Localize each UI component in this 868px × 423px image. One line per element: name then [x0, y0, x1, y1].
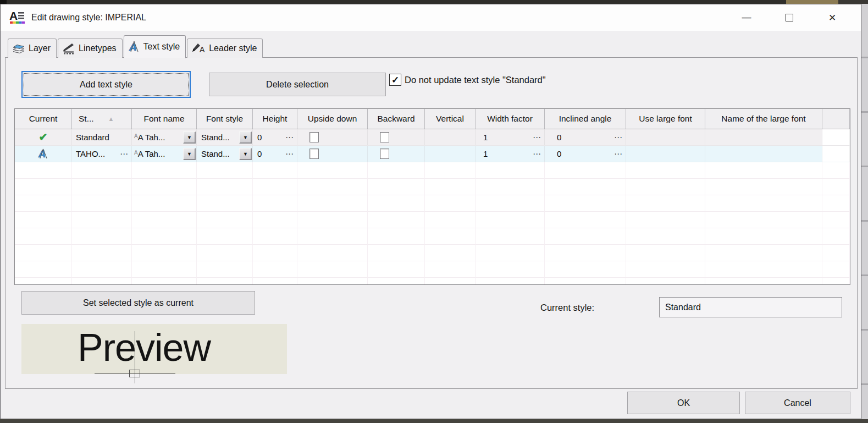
width-factor-ellipsis-button[interactable]: ⋯ — [533, 133, 541, 142]
vertical-cell[interactable] — [425, 129, 476, 145]
text-style-row-icon: A — [37, 147, 49, 160]
table-empty-row — [15, 162, 850, 179]
inclined-angle-cell[interactable]: 0 ⋯ — [545, 146, 626, 162]
height-ellipsis-button[interactable]: ⋯ — [285, 149, 294, 159]
table-empty-row — [15, 195, 850, 212]
inclined-angle-cell[interactable]: 0 ⋯ — [545, 129, 626, 145]
truetype-font-icon: AA — [134, 133, 143, 141]
svg-text:A: A — [200, 45, 205, 54]
table-empty-row — [15, 261, 850, 278]
font-name-cell[interactable]: AA Tah... ▼ — [132, 129, 197, 145]
tab-text-style[interactable]: A Text style — [124, 35, 186, 58]
current-style-label: Current style: — [540, 298, 594, 317]
delete-selection-button[interactable]: Delete selection — [209, 73, 386, 96]
table-row-tahoma[interactable]: A TAHO... ⋯ AA Tah... ▼ Stand... ▼ — [15, 146, 850, 162]
col-header-filler — [822, 109, 850, 129]
checkbox-check-icon: ✓ — [391, 74, 399, 86]
upside-down-checkbox[interactable] — [309, 149, 319, 159]
large-font-name-cell[interactable] — [705, 146, 822, 162]
current-style-check-icon: ✔ — [39, 131, 48, 144]
col-header-font-name[interactable]: Font name — [132, 109, 197, 129]
height-cell[interactable]: 0 ⋯ — [253, 129, 297, 145]
col-header-use-large-font[interactable]: Use large font — [626, 109, 705, 129]
cancel-button[interactable]: Cancel — [745, 392, 850, 414]
col-header-large-font-name[interactable]: Name of the large font — [705, 109, 822, 129]
tab-leader-style[interactable]: A Leader style — [187, 39, 263, 58]
tab-linetypes[interactable]: Linetypes — [58, 39, 123, 58]
col-header-current[interactable]: Current — [15, 109, 72, 129]
style-name-cell[interactable]: Standard — [76, 133, 109, 142]
use-large-font-cell[interactable] — [626, 146, 705, 162]
table-empty-area — [15, 162, 850, 285]
desktop-edge-right — [861, 4, 868, 419]
col-header-style-name[interactable]: St... ▲ — [72, 109, 132, 129]
tab-label: Layer — [29, 43, 51, 53]
col-header-label: St... — [79, 114, 94, 124]
do-not-update-checkbox-label[interactable]: Do not update text style "Standard" — [405, 74, 546, 86]
current-style-field[interactable]: Standard — [659, 297, 842, 317]
inclined-angle-ellipsis-button[interactable]: ⋯ — [614, 149, 623, 159]
col-header-font-style[interactable]: Font style — [197, 109, 253, 129]
vertical-cell[interactable] — [425, 146, 476, 162]
preview-pane: Preview — [21, 324, 287, 374]
inclined-angle-ellipsis-button[interactable]: ⋯ — [614, 133, 623, 142]
minimize-button[interactable]: — — [727, 4, 766, 31]
width-factor-ellipsis-button[interactable]: ⋯ — [533, 149, 541, 159]
text-style-icon: A — [128, 40, 141, 53]
dialog-title: Edit drawing style: IMPERIAL — [31, 4, 146, 31]
col-header-backward[interactable]: Backward — [368, 109, 425, 129]
text-style-tab-panel: Add text style Delete selection ✓ Do not… — [5, 57, 858, 389]
truetype-font-icon: AA — [134, 150, 143, 158]
app-icon: A — [9, 9, 26, 26]
tab-layer[interactable]: Layer — [8, 39, 57, 58]
height-cell[interactable]: 0 ⋯ — [253, 146, 297, 162]
sort-ascending-icon: ▲ — [108, 116, 114, 122]
use-large-font-cell[interactable] — [626, 129, 705, 145]
table-empty-row — [15, 228, 850, 245]
width-factor-cell[interactable]: 1 ⋯ — [476, 129, 545, 145]
preview-text: Preview — [78, 328, 211, 367]
upside-down-checkbox[interactable] — [309, 132, 319, 142]
desktop-edge-top — [0, 0, 868, 4]
table-empty-row — [15, 179, 850, 195]
font-name-dropdown-button[interactable]: ▼ — [183, 131, 196, 144]
style-name-ellipsis-button[interactable]: ⋯ — [120, 149, 129, 159]
crosshair-cursor-pickbox — [129, 370, 140, 377]
font-style-dropdown-button[interactable]: ▼ — [239, 131, 252, 144]
tab-bar: Layer Linetypes A Text style — [8, 35, 264, 58]
col-header-height[interactable]: Height — [253, 109, 297, 129]
backward-checkbox[interactable] — [380, 132, 389, 142]
close-icon: ✕ — [828, 12, 836, 24]
tab-label: Leader style — [209, 43, 257, 53]
font-name-cell[interactable]: AA Tah... ▼ — [132, 146, 197, 162]
add-text-style-button[interactable]: Add text style — [21, 71, 191, 98]
leader-style-icon: A — [191, 42, 206, 54]
col-header-width-factor[interactable]: Width factor — [476, 109, 545, 129]
set-selected-style-button[interactable]: Set selected style as current — [21, 291, 255, 315]
do-not-update-checkbox-row: ✓ Do not update text style "Standard" — [389, 74, 546, 86]
backward-checkbox[interactable] — [380, 149, 389, 159]
font-style-dropdown-button[interactable]: ▼ — [239, 148, 252, 160]
col-header-vertical[interactable]: Vertical — [425, 109, 476, 129]
ok-button[interactable]: OK — [627, 392, 740, 414]
height-ellipsis-button[interactable]: ⋯ — [285, 133, 294, 142]
large-font-name-cell[interactable] — [705, 129, 822, 145]
title-bar[interactable]: A Edit drawing style: IMPERIAL — ✕ — [1, 4, 861, 31]
svg-text:A: A — [9, 9, 18, 22]
font-style-cell[interactable]: Stand... ▼ — [197, 129, 253, 145]
col-header-upside-down[interactable]: Upside down — [297, 109, 368, 129]
tab-label: Linetypes — [79, 43, 117, 53]
edit-drawing-style-dialog: A Edit drawing style: IMPERIAL — ✕ L — [0, 4, 861, 419]
col-header-inclined-angle[interactable]: Inclined angle — [545, 109, 626, 129]
linetypes-icon — [62, 42, 76, 54]
width-factor-cell[interactable]: 1 ⋯ — [476, 146, 545, 162]
do-not-update-checkbox[interactable]: ✓ — [389, 74, 401, 86]
maximize-icon — [786, 14, 793, 21]
font-style-cell[interactable]: Stand... ▼ — [197, 146, 253, 162]
font-name-dropdown-button[interactable]: ▼ — [183, 148, 196, 160]
table-empty-row — [15, 212, 850, 228]
close-button[interactable]: ✕ — [813, 4, 852, 31]
maximize-button[interactable] — [770, 4, 809, 31]
table-row-standard[interactable]: ✔ Standard AA Tah... ▼ Stand... ▼ 0 ⋯ — [15, 129, 850, 146]
style-name-cell[interactable]: TAHO... ⋯ — [72, 146, 132, 162]
